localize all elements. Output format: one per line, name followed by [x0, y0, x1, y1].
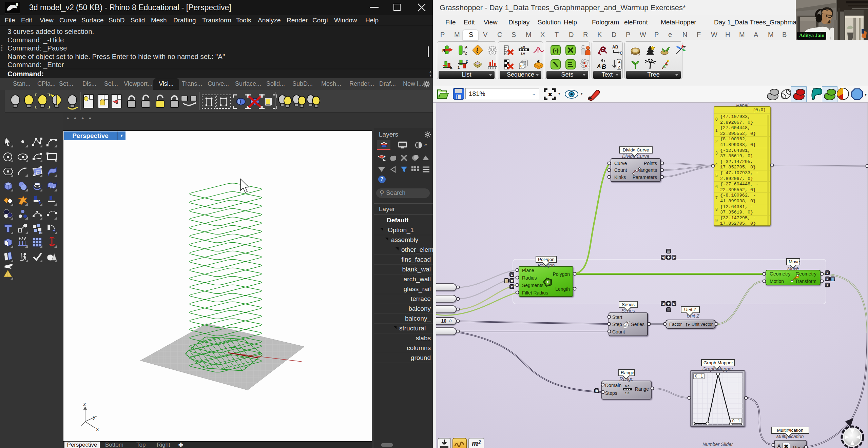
svg-text:N: N	[442, 48, 445, 53]
svg-text:z: z	[83, 401, 86, 407]
svg-text:B: B	[602, 63, 606, 70]
svg-text:2: 2	[524, 61, 526, 65]
svg-text:A: A	[465, 45, 467, 49]
svg-text:2: 2	[506, 50, 508, 54]
svg-text:B: B	[601, 46, 605, 53]
svg-text:A: A	[618, 60, 621, 64]
svg-text:x: x	[96, 426, 99, 432]
svg-text:A: A	[597, 63, 601, 69]
svg-text:L: L	[450, 65, 452, 69]
svg-text:✖: ✖	[548, 92, 552, 97]
svg-text:1: 1	[458, 65, 460, 69]
svg-text:8: 8	[16, 2, 18, 6]
svg-text:AB: AB	[612, 45, 618, 49]
svg-text:+: +	[384, 155, 386, 159]
svg-text:0.0: 0.0	[521, 45, 525, 48]
svg-text:{•}: {•}	[553, 48, 559, 54]
svg-text:Z: Z	[618, 65, 620, 69]
svg-text:Z: Z	[465, 52, 467, 55]
svg-text:y: y	[93, 414, 96, 420]
svg-text:C: C	[620, 51, 623, 56]
svg-text:1.0: 1.0	[521, 52, 525, 55]
svg-text:2: 2	[466, 59, 468, 63]
svg-text:1: 1	[506, 46, 508, 50]
